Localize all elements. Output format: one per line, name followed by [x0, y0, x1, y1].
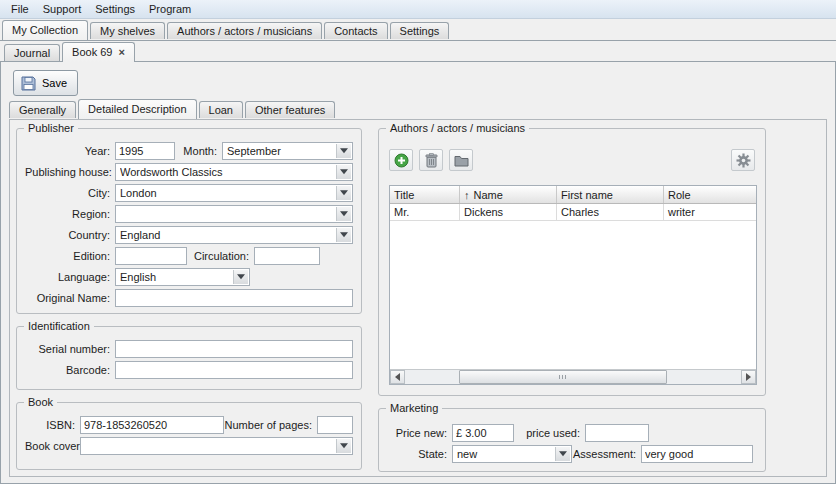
state-label: State: [387, 448, 447, 460]
open-author-button[interactable] [449, 149, 473, 171]
tab-other-features[interactable]: Other features [245, 101, 335, 118]
dropdown-arrow-icon[interactable] [336, 207, 351, 221]
city-label: City: [25, 187, 110, 199]
tab-book-69[interactable]: Book 69× [62, 42, 135, 62]
isbn-field[interactable] [80, 416, 224, 434]
close-icon[interactable]: × [118, 46, 124, 58]
year-label: Year: [25, 145, 110, 157]
month-combo[interactable]: September [222, 142, 353, 160]
barcode-row: Barcode: [25, 361, 353, 379]
price-new-field[interactable] [452, 424, 514, 442]
region-label: Region: [25, 208, 110, 220]
delete-author-button[interactable] [419, 149, 443, 171]
menu-settings[interactable]: Settings [88, 2, 142, 16]
edition-field[interactable] [115, 247, 187, 265]
original-name-field[interactable] [115, 289, 353, 307]
book-cover-combo[interactable] [80, 437, 353, 455]
document-tabstrip: Journal Book 69× [4, 42, 137, 62]
barcode-field[interactable] [115, 361, 353, 379]
publishing-house-combo[interactable]: Wordsworth Classics [115, 163, 353, 181]
menu-support[interactable]: Support [36, 2, 89, 16]
add-author-button[interactable] [389, 149, 413, 171]
edition-label: Edition: [25, 250, 110, 262]
group-authors: Authors / actors / musicians [378, 128, 766, 396]
group-marketing: Marketing Price new: price used: State: … [378, 408, 766, 472]
dropdown-arrow-icon[interactable] [233, 270, 248, 284]
edition-circulation-row: Edition: Circulation: [25, 247, 353, 265]
month-combo-value: September [227, 145, 334, 157]
scroll-track[interactable] [405, 370, 741, 384]
detail-tabstrip: Generally Detailed Description Loan Othe… [9, 99, 337, 119]
tab-authors-actors-musicians[interactable]: Authors / actors / musicians [167, 22, 322, 39]
tab-settings[interactable]: Settings [390, 22, 450, 39]
column-header-first-name[interactable]: First name [557, 186, 664, 203]
column-first-name-label: First name [561, 189, 613, 201]
authors-table: Title ↑ Name First name Role [389, 185, 757, 385]
tab-my-collection[interactable]: My Collection [2, 20, 88, 40]
dropdown-arrow-icon[interactable] [336, 228, 351, 242]
detailed-description-panel: Publisher Year: Month: September Publish… [9, 119, 827, 477]
add-icon [394, 153, 409, 168]
trash-icon [425, 153, 438, 168]
country-label: Country: [25, 229, 110, 241]
tab-detailed-description[interactable]: Detailed Description [78, 99, 196, 119]
dropdown-arrow-icon[interactable] [555, 447, 570, 461]
isbn-label: ISBN: [25, 419, 75, 431]
document-panel: Save Generally Detailed Description Loan… [0, 61, 836, 484]
column-header-title[interactable]: Title [390, 186, 460, 203]
original-name-row: Original Name: [25, 289, 353, 307]
dropdown-arrow-icon[interactable] [336, 165, 351, 179]
column-header-role[interactable]: Role [664, 186, 756, 203]
circulation-field[interactable] [254, 247, 320, 265]
dropdown-arrow-icon[interactable] [336, 144, 351, 158]
price-row: Price new: price used: [387, 424, 757, 442]
scroll-right-arrow-icon [746, 373, 755, 381]
group-publisher-body: Year: Month: September Publishing house:… [17, 129, 361, 313]
dropdown-arrow-icon[interactable] [336, 186, 351, 200]
city-row: City: London [25, 184, 353, 202]
city-combo-value: London [120, 187, 334, 199]
menu-program[interactable]: Program [142, 2, 198, 16]
scroll-right-button[interactable] [741, 370, 756, 384]
tab-contacts[interactable]: Contacts [324, 22, 387, 39]
column-header-name[interactable]: ↑ Name [460, 186, 557, 203]
tab-generally[interactable]: Generally [9, 101, 76, 118]
month-label: Month: [175, 145, 217, 157]
scroll-left-button[interactable] [390, 370, 405, 384]
book-cover-label: Book cover: [25, 440, 75, 452]
tab-journal[interactable]: Journal [4, 44, 60, 61]
horizontal-scrollbar[interactable] [390, 369, 756, 384]
city-combo[interactable]: London [115, 184, 353, 202]
year-field[interactable] [115, 142, 175, 160]
language-label: Language: [25, 271, 110, 283]
serial-number-field[interactable] [115, 340, 353, 358]
country-row: Country: England [25, 226, 353, 244]
publishing-house-row: Publishing house: Wordsworth Classics [25, 163, 353, 181]
circulation-label: Circulation: [187, 250, 249, 262]
number-of-pages-field[interactable] [317, 416, 353, 434]
tab-my-shelves[interactable]: My shelves [90, 22, 165, 39]
table-settings-button[interactable] [731, 149, 755, 171]
region-combo[interactable] [115, 205, 353, 223]
menu-file[interactable]: File [4, 2, 36, 16]
tab-loan[interactable]: Loan [199, 101, 243, 118]
country-combo[interactable]: England [115, 226, 353, 244]
price-used-label: price used: [514, 427, 580, 439]
dropdown-arrow-icon[interactable] [336, 439, 351, 453]
save-icon [20, 75, 37, 92]
save-button-label: Save [42, 77, 67, 89]
group-identification-body: Serial number: Barcode: [17, 327, 361, 389]
column-title-label: Title [394, 189, 414, 201]
state-combo[interactable]: new [452, 445, 572, 463]
save-button[interactable]: Save [13, 70, 78, 96]
menubar: File Support Settings Program [0, 0, 836, 19]
cell-title: Mr. [390, 204, 460, 220]
price-used-field[interactable] [585, 424, 649, 442]
country-combo-value: England [120, 229, 334, 241]
language-combo[interactable]: English [115, 268, 250, 286]
scroll-thumb[interactable] [459, 370, 667, 384]
book-cover-row: Book cover: [25, 437, 353, 455]
cell-name: Dickens [460, 204, 557, 220]
table-row[interactable]: Mr. Dickens Charles writer [390, 204, 756, 221]
assessment-field[interactable] [641, 445, 753, 463]
